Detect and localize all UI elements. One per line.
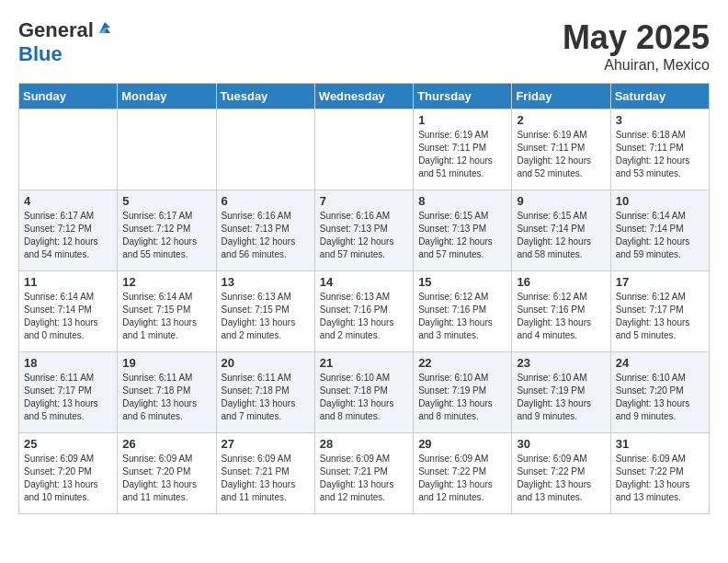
day-number: 12 bbox=[122, 275, 210, 289]
day-number: 22 bbox=[418, 356, 506, 370]
calendar-cell: 16Sunrise: 6:12 AM Sunset: 7:16 PM Dayli… bbox=[512, 271, 610, 352]
calendar-cell: 18Sunrise: 6:11 AM Sunset: 7:17 PM Dayli… bbox=[19, 352, 118, 433]
day-number: 4 bbox=[24, 194, 112, 208]
day-info: Sunrise: 6:09 AM Sunset: 7:21 PM Dayligh… bbox=[222, 453, 310, 504]
day-number: 26 bbox=[122, 437, 210, 451]
day-info: Sunrise: 6:14 AM Sunset: 7:15 PM Dayligh… bbox=[122, 291, 210, 342]
day-info: Sunrise: 6:17 AM Sunset: 7:12 PM Dayligh… bbox=[122, 210, 210, 261]
day-number: 27 bbox=[222, 437, 310, 451]
day-number: 10 bbox=[616, 194, 704, 208]
day-info: Sunrise: 6:12 AM Sunset: 7:16 PM Dayligh… bbox=[418, 291, 506, 342]
day-info: Sunrise: 6:09 AM Sunset: 7:22 PM Dayligh… bbox=[418, 453, 506, 504]
day-number: 6 bbox=[222, 194, 310, 208]
day-info: Sunrise: 6:13 AM Sunset: 7:15 PM Dayligh… bbox=[222, 291, 310, 342]
day-number: 18 bbox=[24, 356, 112, 370]
calendar-cell: 13Sunrise: 6:13 AM Sunset: 7:15 PM Dayli… bbox=[216, 271, 314, 352]
day-number: 19 bbox=[122, 356, 210, 370]
day-info: Sunrise: 6:09 AM Sunset: 7:20 PM Dayligh… bbox=[24, 453, 112, 504]
calendar-cell: 6Sunrise: 6:16 AM Sunset: 7:13 PM Daylig… bbox=[216, 190, 314, 271]
col-thursday: Thursday bbox=[414, 84, 512, 109]
day-number: 29 bbox=[418, 437, 506, 451]
day-info: Sunrise: 6:18 AM Sunset: 7:11 PM Dayligh… bbox=[616, 129, 704, 180]
day-number: 1 bbox=[418, 113, 506, 127]
page-header: General Blue May 2025 Ahuiran, Mexico bbox=[18, 18, 710, 74]
day-info: Sunrise: 6:14 AM Sunset: 7:14 PM Dayligh… bbox=[24, 291, 112, 342]
day-number: 25 bbox=[24, 437, 112, 451]
calendar-cell: 8Sunrise: 6:15 AM Sunset: 7:13 PM Daylig… bbox=[414, 190, 512, 271]
calendar-cell: 9Sunrise: 6:15 AM Sunset: 7:14 PM Daylig… bbox=[512, 190, 610, 271]
calendar-cell: 1Sunrise: 6:19 AM Sunset: 7:11 PM Daylig… bbox=[414, 109, 512, 190]
logo-blue: Blue bbox=[18, 42, 63, 66]
calendar-cell bbox=[216, 109, 314, 190]
day-info: Sunrise: 6:19 AM Sunset: 7:11 PM Dayligh… bbox=[418, 129, 506, 180]
day-number: 5 bbox=[122, 194, 210, 208]
calendar-cell bbox=[19, 109, 118, 190]
col-tuesday: Tuesday bbox=[216, 84, 314, 109]
day-number: 21 bbox=[320, 356, 408, 370]
day-info: Sunrise: 6:16 AM Sunset: 7:13 PM Dayligh… bbox=[222, 210, 310, 261]
logo-general: General bbox=[18, 18, 94, 42]
calendar-cell: 11Sunrise: 6:14 AM Sunset: 7:14 PM Dayli… bbox=[19, 271, 118, 352]
day-number: 17 bbox=[616, 275, 704, 289]
day-info: Sunrise: 6:11 AM Sunset: 7:18 PM Dayligh… bbox=[222, 372, 310, 423]
day-number: 3 bbox=[616, 113, 704, 127]
day-info: Sunrise: 6:19 AM Sunset: 7:11 PM Dayligh… bbox=[517, 129, 605, 180]
day-number: 31 bbox=[616, 437, 704, 451]
day-info: Sunrise: 6:09 AM Sunset: 7:21 PM Dayligh… bbox=[320, 453, 408, 504]
calendar-body: 1Sunrise: 6:19 AM Sunset: 7:11 PM Daylig… bbox=[19, 109, 710, 514]
day-number: 23 bbox=[517, 356, 605, 370]
logo-icon bbox=[97, 20, 113, 37]
day-info: Sunrise: 6:15 AM Sunset: 7:14 PM Dayligh… bbox=[517, 210, 605, 261]
calendar-cell: 29Sunrise: 6:09 AM Sunset: 7:22 PM Dayli… bbox=[414, 433, 512, 514]
day-info: Sunrise: 6:16 AM Sunset: 7:13 PM Dayligh… bbox=[320, 210, 408, 261]
calendar-cell: 5Sunrise: 6:17 AM Sunset: 7:12 PM Daylig… bbox=[118, 190, 216, 271]
day-info: Sunrise: 6:12 AM Sunset: 7:16 PM Dayligh… bbox=[517, 291, 605, 342]
calendar-cell: 17Sunrise: 6:12 AM Sunset: 7:17 PM Dayli… bbox=[610, 271, 709, 352]
day-info: Sunrise: 6:13 AM Sunset: 7:16 PM Dayligh… bbox=[320, 291, 408, 342]
calendar-cell: 15Sunrise: 6:12 AM Sunset: 7:16 PM Dayli… bbox=[414, 271, 512, 352]
day-info: Sunrise: 6:10 AM Sunset: 7:19 PM Dayligh… bbox=[418, 372, 506, 423]
calendar-cell: 30Sunrise: 6:09 AM Sunset: 7:22 PM Dayli… bbox=[512, 433, 610, 514]
col-friday: Friday bbox=[512, 84, 610, 109]
day-info: Sunrise: 6:10 AM Sunset: 7:20 PM Dayligh… bbox=[616, 372, 704, 423]
day-info: Sunrise: 6:11 AM Sunset: 7:18 PM Dayligh… bbox=[122, 372, 210, 423]
calendar-cell: 7Sunrise: 6:16 AM Sunset: 7:13 PM Daylig… bbox=[314, 190, 413, 271]
day-number: 15 bbox=[418, 275, 506, 289]
calendar-cell bbox=[314, 109, 413, 190]
calendar-cell bbox=[118, 109, 216, 190]
calendar-cell: 2Sunrise: 6:19 AM Sunset: 7:11 PM Daylig… bbox=[512, 109, 610, 190]
calendar-cell: 28Sunrise: 6:09 AM Sunset: 7:21 PM Dayli… bbox=[314, 433, 413, 514]
day-number: 7 bbox=[320, 194, 408, 208]
day-number: 28 bbox=[320, 437, 408, 451]
day-number: 9 bbox=[517, 194, 605, 208]
title-location: Ahuiran, Mexico bbox=[563, 57, 710, 74]
calendar-cell: 31Sunrise: 6:09 AM Sunset: 7:22 PM Dayli… bbox=[610, 433, 709, 514]
day-number: 20 bbox=[222, 356, 310, 370]
day-info: Sunrise: 6:09 AM Sunset: 7:22 PM Dayligh… bbox=[616, 453, 704, 504]
day-info: Sunrise: 6:09 AM Sunset: 7:22 PM Dayligh… bbox=[517, 453, 605, 504]
calendar-cell: 25Sunrise: 6:09 AM Sunset: 7:20 PM Dayli… bbox=[19, 433, 118, 514]
calendar-cell: 27Sunrise: 6:09 AM Sunset: 7:21 PM Dayli… bbox=[216, 433, 314, 514]
calendar-cell: 24Sunrise: 6:10 AM Sunset: 7:20 PM Dayli… bbox=[610, 352, 709, 433]
calendar-cell: 19Sunrise: 6:11 AM Sunset: 7:18 PM Dayli… bbox=[118, 352, 216, 433]
calendar-cell: 21Sunrise: 6:10 AM Sunset: 7:18 PM Dayli… bbox=[314, 352, 413, 433]
day-number: 11 bbox=[24, 275, 112, 289]
day-number: 24 bbox=[616, 356, 704, 370]
calendar-cell: 26Sunrise: 6:09 AM Sunset: 7:20 PM Dayli… bbox=[118, 433, 216, 514]
col-monday: Monday bbox=[118, 84, 216, 109]
calendar-cell: 23Sunrise: 6:10 AM Sunset: 7:19 PM Dayli… bbox=[512, 352, 610, 433]
calendar-cell: 22Sunrise: 6:10 AM Sunset: 7:19 PM Dayli… bbox=[414, 352, 512, 433]
day-info: Sunrise: 6:09 AM Sunset: 7:20 PM Dayligh… bbox=[122, 453, 210, 504]
day-info: Sunrise: 6:10 AM Sunset: 7:19 PM Dayligh… bbox=[517, 372, 605, 423]
calendar-cell: 4Sunrise: 6:17 AM Sunset: 7:12 PM Daylig… bbox=[19, 190, 118, 271]
day-info: Sunrise: 6:11 AM Sunset: 7:17 PM Dayligh… bbox=[24, 372, 112, 423]
day-number: 2 bbox=[517, 113, 605, 127]
calendar-table: Sunday Monday Tuesday Wednesday Thursday… bbox=[18, 83, 710, 514]
day-info: Sunrise: 6:10 AM Sunset: 7:18 PM Dayligh… bbox=[320, 372, 408, 423]
col-wednesday: Wednesday bbox=[314, 84, 413, 109]
day-info: Sunrise: 6:14 AM Sunset: 7:14 PM Dayligh… bbox=[616, 210, 704, 261]
calendar-cell: 3Sunrise: 6:18 AM Sunset: 7:11 PM Daylig… bbox=[610, 109, 709, 190]
calendar-cell: 12Sunrise: 6:14 AM Sunset: 7:15 PM Dayli… bbox=[118, 271, 216, 352]
day-number: 13 bbox=[222, 275, 310, 289]
day-info: Sunrise: 6:17 AM Sunset: 7:12 PM Dayligh… bbox=[24, 210, 112, 261]
